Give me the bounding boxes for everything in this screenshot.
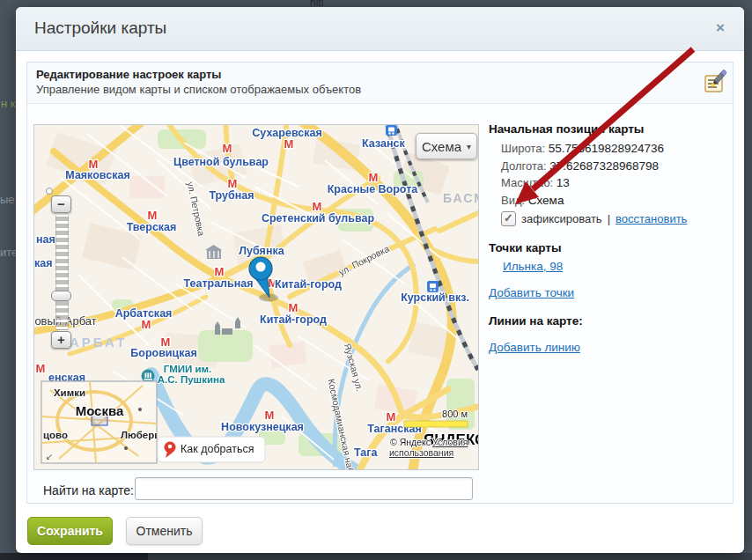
zoom-out-button[interactable]: − xyxy=(51,195,71,213)
chevron-down-icon: ▾ xyxy=(467,142,471,151)
add-line-link[interactable]: Добавить линию xyxy=(489,341,580,354)
page-footer xyxy=(0,553,752,560)
panel-subtitle: Управление видом карты и списком отображ… xyxy=(36,83,361,96)
map-label: ГМИИ им. xyxy=(164,364,212,374)
map-label: Новокузнецкая xyxy=(221,421,304,433)
longitude-value: 37.62687328968798 xyxy=(549,159,659,173)
map-settings-dialog: Настройки карты × Редактирование настрое… xyxy=(16,7,744,553)
edit-note-icon[interactable] xyxy=(702,70,726,94)
map-label: Боровицкая xyxy=(130,347,196,359)
mini-map[interactable]: Химки Москва Люберцы цово ↙ xyxy=(41,381,169,463)
point-link[interactable]: Ильнка, 98 xyxy=(503,260,563,273)
add-points-link[interactable]: Добавить точки xyxy=(489,286,574,299)
map-label: А.С. Пушкина xyxy=(158,374,225,385)
position-section-title: Начальная позиция карты xyxy=(489,122,728,136)
close-icon[interactable]: × xyxy=(711,18,730,38)
longitude-label: Долгота: xyxy=(501,159,547,173)
map-label: Маяковская xyxy=(65,169,129,181)
map-label: Лубянка xyxy=(239,245,284,257)
points-section-title: Точки карты xyxy=(489,241,728,254)
metro-icon: М xyxy=(148,209,158,222)
minimap-collapse-icon[interactable]: ↙ xyxy=(46,452,53,461)
map-scale-bar xyxy=(404,421,468,427)
map-label: Трубная xyxy=(209,189,254,202)
view-label: Вид: xyxy=(501,194,525,207)
save-button[interactable]: Сохранить xyxy=(27,517,113,545)
rail-station-icon xyxy=(386,125,397,136)
dialog-header: Настройки карты × xyxy=(16,7,744,51)
lines-section-title: Линии на карте: xyxy=(489,314,728,328)
zoom-value: 13 xyxy=(557,176,570,189)
panel-title: Редактирование настроек карты xyxy=(36,68,221,81)
zoom-slider-handle[interactable] xyxy=(51,291,71,301)
search-input[interactable] xyxy=(135,477,473,500)
directions-label: Как добраться xyxy=(181,443,254,455)
page-footer-right xyxy=(148,553,752,560)
map-type-button[interactable]: Схема ▾ xyxy=(416,133,477,159)
cancel-button[interactable]: Отменить xyxy=(126,517,203,545)
metro-icon: М xyxy=(284,137,294,151)
map-label: АРБАТ xyxy=(70,335,127,350)
map-scale-label: 800 м xyxy=(442,409,468,419)
map-label: Китай-город xyxy=(275,278,342,291)
view-value: Схема xyxy=(528,194,564,207)
longitude-row: Долгота: 37.62687328968798 xyxy=(489,158,728,175)
metro-icon: М xyxy=(387,410,396,424)
latitude-row: Широта: 55.755619828924736 xyxy=(489,140,728,158)
terms-link[interactable]: Условия xyxy=(432,437,468,447)
latitude-value: 55.755619828924736 xyxy=(549,142,664,155)
metro-icon: М xyxy=(228,177,238,190)
page-title: Настройки карты xyxy=(34,18,166,38)
zoom-control: − + xyxy=(51,195,72,349)
minimap-label: цово xyxy=(43,430,68,440)
map-label: Арбатская xyxy=(115,307,173,320)
terms-link[interactable]: использования xyxy=(389,447,453,458)
map-type-label: Схема xyxy=(422,139,461,154)
fix-position-row: ✓ зафиксировать | восстановить xyxy=(489,211,728,226)
map-label: Китай-город xyxy=(260,313,327,326)
metro-icon: М xyxy=(369,171,379,184)
map-label: Красные Ворота xyxy=(328,183,419,195)
minimap-label: Москва xyxy=(76,403,124,418)
zoom-label: Масштаб: xyxy=(501,176,553,189)
map-label: Курский вкз. xyxy=(401,291,469,304)
metro-icon: М xyxy=(215,265,225,278)
museum-icon xyxy=(142,370,155,383)
metro-icon: М xyxy=(265,409,275,422)
add-line-row: Добавить линию xyxy=(489,341,728,354)
page-footer-left xyxy=(0,553,148,560)
metro-icon: М xyxy=(36,362,46,375)
add-points-row: Добавить точки xyxy=(489,286,728,299)
latitude-label: Широта: xyxy=(501,142,545,155)
fix-checkbox[interactable]: ✓ xyxy=(501,211,516,226)
map-settings-column: Начальная позиция карты Широта: 55.75561… xyxy=(489,122,728,354)
background-fragment: ые xyxy=(0,193,15,206)
metro-icon: М xyxy=(313,200,322,213)
panel-header: Редактирование настроек карты Управление… xyxy=(27,63,733,104)
map-copyright: © Яндекс xyxy=(390,437,431,447)
zoom-in-button[interactable]: + xyxy=(51,331,71,349)
separator: | xyxy=(608,212,610,225)
map-label: Театральная xyxy=(183,277,253,290)
map-label: Тверская xyxy=(127,221,177,233)
map-label: БАСМ xyxy=(443,191,478,205)
map-label: Сухаревская xyxy=(252,127,321,139)
map-label: Сретенский бульвар xyxy=(262,212,375,225)
search-label: Найти на карте: xyxy=(43,483,134,497)
metro-icon: М xyxy=(289,301,299,314)
minimap-label: Химки xyxy=(54,387,85,398)
yandex-map: ММММММММММММММММ МаяковскаяЦветной бульв… xyxy=(34,125,478,469)
map-label: Казанск xyxy=(362,137,405,150)
zoom-row: Масштаб: 13 xyxy=(489,174,728,192)
map-point-item: Ильнка, 98 xyxy=(489,260,728,273)
zoom-slider-track[interactable] xyxy=(55,214,69,330)
view-row: Вид: Схема xyxy=(489,192,728,210)
metro-icon: М xyxy=(142,318,151,331)
settings-panel: Редактирование настроек карты Управление… xyxy=(26,62,734,504)
fix-label: зафиксировать xyxy=(521,212,602,225)
map-label: Цветной бульвар xyxy=(173,156,269,168)
map-canvas[interactable]: ММММММММММММММММ МаяковскаяЦветной бульв… xyxy=(33,124,479,470)
restore-link[interactable]: восстановить xyxy=(616,212,687,225)
map-label: кая xyxy=(34,257,53,269)
directions-card[interactable]: Как добраться xyxy=(158,437,265,462)
